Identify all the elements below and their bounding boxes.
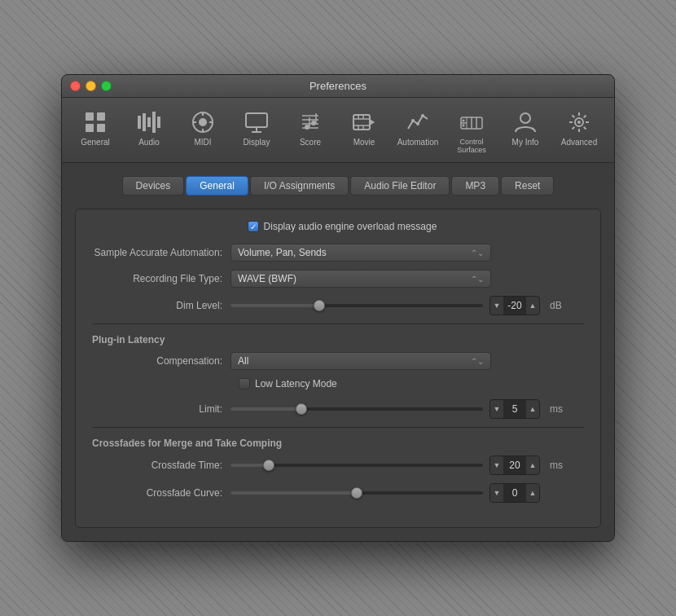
crossfade-time-unit: ms	[550, 460, 566, 471]
tab-reset[interactable]: Reset	[501, 176, 554, 196]
divider-1	[92, 323, 584, 324]
svg-rect-3	[97, 124, 105, 132]
tabs-row: Devices General I/O Assignments Audio Fi…	[75, 176, 601, 196]
svg-point-24	[311, 121, 316, 125]
tab-audio-file-editor[interactable]: Audio File Editor	[350, 176, 450, 196]
crossfade-curve-row: Crossfade Curve: ▼ 0 ▲	[92, 483, 584, 503]
display-overload-label: Display audio engine overload message	[264, 221, 437, 232]
toolbar-item-movie[interactable]: Movie	[339, 104, 389, 156]
crossfade-curve-fill	[230, 491, 357, 495]
dim-level-unit: dB	[550, 300, 566, 311]
low-latency-checkbox[interactable]	[239, 378, 250, 389]
sample-accurate-value: Volume, Pan, Sends	[238, 247, 327, 258]
dim-level-row: Dim Level: ▼ -20 ▲ dB	[92, 296, 584, 315]
audio-icon	[134, 108, 164, 137]
compensation-row: Compensation: All ⌃⌄	[92, 352, 584, 370]
low-latency-label: Low Latency Mode	[255, 378, 337, 389]
crossfade-curve-up[interactable]: ▲	[526, 484, 539, 502]
movie-icon	[349, 108, 379, 137]
limit-label: Limit:	[92, 403, 230, 415]
toolbar-item-advanced[interactable]: Advanced	[554, 104, 604, 156]
toolbar-label-advanced: Advanced	[561, 138, 597, 147]
limit-fill	[230, 407, 301, 411]
recording-file-label: Recording File Type:	[92, 273, 230, 284]
toolbar-item-score[interactable]: Score	[285, 104, 336, 156]
toolbar-item-midi[interactable]: MIDI	[178, 104, 228, 156]
limit-row: Limit: ▼ 5 ▲ ms	[92, 399, 584, 419]
crossfade-time-track[interactable]	[230, 464, 483, 467]
dim-level-up[interactable]: ▲	[526, 297, 539, 315]
dim-level-value: -20	[503, 300, 526, 311]
svg-rect-7	[152, 112, 156, 133]
close-button[interactable]	[70, 81, 81, 91]
tab-devices[interactable]: Devices	[122, 176, 185, 196]
compensation-arrow: ⌃⌄	[471, 357, 484, 366]
limit-up[interactable]: ▲	[526, 400, 539, 418]
crossfade-curve-track[interactable]	[230, 491, 483, 495]
svg-point-44	[520, 113, 530, 123]
dim-level-thumb[interactable]	[314, 300, 325, 311]
limit-track[interactable]	[230, 407, 483, 411]
toolbar-item-automation[interactable]: Automation	[393, 104, 443, 156]
crossfade-curve-label: Crossfade Curve:	[92, 487, 230, 499]
dim-level-slider-row: ▼ -20 ▲ dB	[230, 296, 584, 315]
limit-thumb[interactable]	[296, 403, 307, 415]
dim-level-value-control: ▼ -20 ▲	[489, 296, 540, 315]
crossfade-curve-thumb[interactable]	[351, 487, 362, 499]
svg-line-53	[573, 127, 575, 130]
recording-file-row: Recording File Type: WAVE (BWF) ⌃⌄	[92, 270, 584, 288]
tab-general[interactable]: General	[186, 176, 248, 196]
svg-point-10	[199, 118, 207, 126]
crossfades-section: Crossfades for Merge and Take Comping	[92, 438, 584, 449]
dim-level-track[interactable]	[230, 304, 483, 307]
svg-rect-4	[138, 116, 141, 129]
window-title: Preferences	[309, 80, 367, 92]
crossfade-curve-value: 0	[503, 487, 526, 499]
toolbar-item-general[interactable]: General	[70, 104, 121, 156]
limit-value: 5	[503, 403, 526, 415]
svg-rect-6	[147, 117, 151, 127]
svg-point-36	[421, 114, 424, 117]
svg-point-40	[463, 120, 465, 122]
display-overload-checkbox[interactable]: ✓	[248, 221, 259, 232]
toolbar-item-my-info[interactable]: My Info	[500, 104, 551, 156]
display-overload-row: ✓ Display audio engine overload message	[92, 221, 584, 232]
crossfade-time-thumb[interactable]	[263, 460, 274, 471]
svg-point-22	[305, 125, 309, 130]
maximize-button[interactable]	[101, 81, 112, 91]
svg-rect-26	[353, 115, 370, 130]
crossfade-curve-slider-row: ▼ 0 ▲	[230, 483, 584, 503]
recording-file-dropdown[interactable]: WAVE (BWF) ⌃⌄	[230, 270, 491, 288]
toolbar: General Audio	[62, 98, 614, 163]
toolbar-label-my-info: My Info	[512, 138, 539, 147]
limit-unit: ms	[550, 403, 566, 415]
recording-file-value: WAVE (BWF)	[238, 273, 296, 284]
limit-value-control: ▼ 5 ▲	[489, 399, 540, 419]
control-surfaces-icon	[457, 108, 486, 137]
svg-line-51	[573, 116, 575, 118]
crossfade-time-up[interactable]: ▲	[526, 456, 539, 474]
limit-down[interactable]: ▼	[490, 400, 503, 418]
advanced-icon	[564, 108, 594, 137]
toolbar-item-control-surfaces[interactable]: Control Surfaces	[446, 104, 497, 156]
toolbar-label-control-surfaces: Control Surfaces	[450, 138, 494, 154]
dim-level-label: Dim Level:	[92, 300, 230, 311]
tab-io-assignments[interactable]: I/O Assignments	[250, 176, 349, 196]
automation-icon	[403, 108, 432, 137]
tab-mp3[interactable]: MP3	[451, 176, 499, 196]
svg-rect-2	[86, 124, 94, 132]
minimize-button[interactable]	[86, 81, 96, 91]
toolbar-label-display: Display	[244, 138, 270, 147]
toolbar-label-midi: MIDI	[194, 138, 211, 147]
crossfade-time-down[interactable]: ▼	[490, 456, 503, 474]
crossfade-time-value: 20	[503, 460, 526, 471]
toolbar-item-display[interactable]: Display	[231, 104, 282, 156]
dim-level-down[interactable]: ▼	[490, 297, 503, 315]
crossfade-curve-down[interactable]: ▼	[490, 484, 503, 502]
sample-accurate-dropdown[interactable]: Volume, Pan, Sends ⌃⌄	[230, 244, 491, 262]
sample-accurate-label: Sample Accurate Automation:	[92, 247, 230, 258]
sample-accurate-arrow: ⌃⌄	[471, 249, 484, 257]
recording-file-arrow: ⌃⌄	[471, 275, 484, 284]
toolbar-item-audio[interactable]: Audio	[124, 104, 174, 156]
compensation-dropdown[interactable]: All ⌃⌄	[230, 352, 491, 370]
